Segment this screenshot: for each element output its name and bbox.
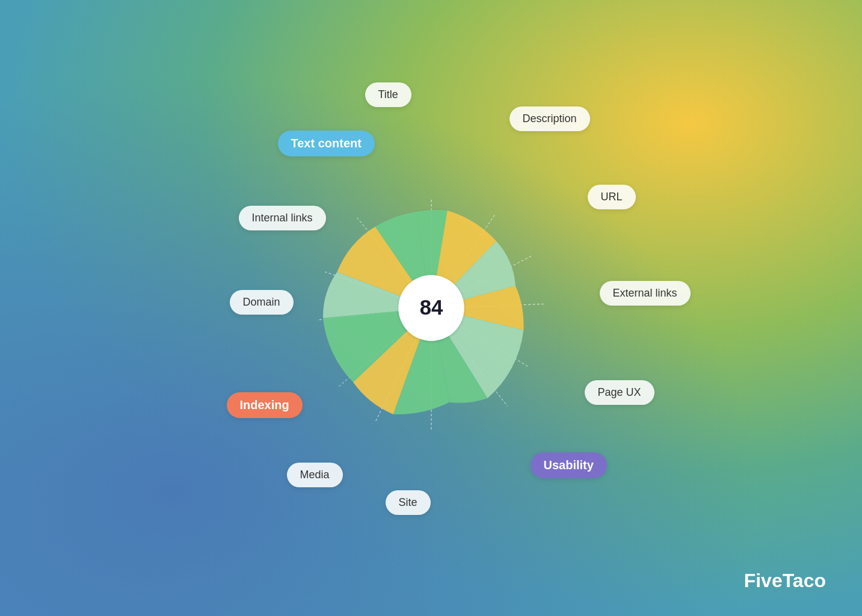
label-site: Site <box>386 490 431 515</box>
main-container: 84 Title Description URL External links … <box>0 0 862 616</box>
label-title: Title <box>365 82 411 107</box>
chart-area: 84 Title Description URL External links … <box>161 52 702 564</box>
label-internal-links: Internal links <box>239 206 326 230</box>
label-usability: Usability <box>531 452 607 478</box>
label-page-ux: Page UX <box>585 380 654 405</box>
label-external-links: External links <box>600 281 691 306</box>
label-indexing: Indexing <box>227 392 303 418</box>
svg-text:84: 84 <box>419 296 443 319</box>
label-media: Media <box>287 463 343 487</box>
label-domain: Domain <box>230 290 294 315</box>
label-description: Description <box>510 106 590 131</box>
label-text-content: Text content <box>278 131 375 156</box>
spider-chart: 84 <box>251 128 612 488</box>
brand-logo: FiveTaco <box>744 570 826 592</box>
label-url: URL <box>588 185 636 209</box>
